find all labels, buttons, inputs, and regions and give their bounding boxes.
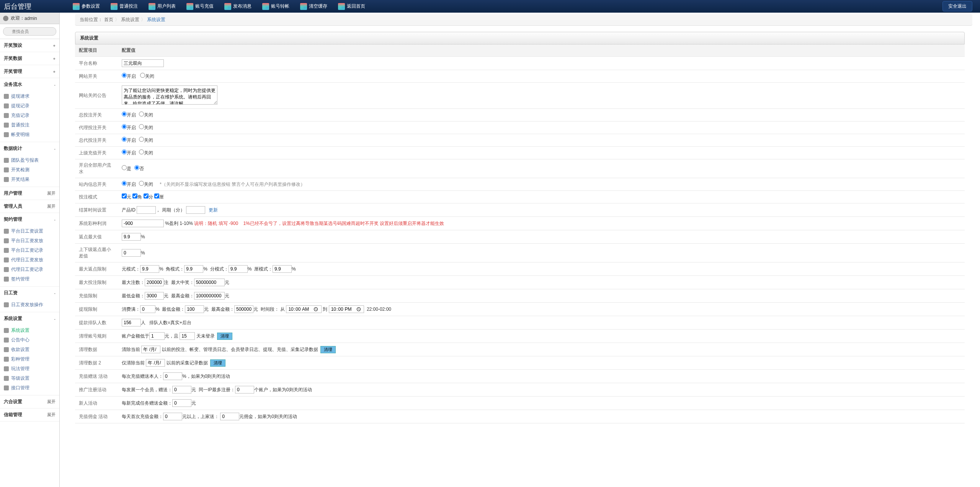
platform-name-input[interactable] xyxy=(122,59,164,67)
withdraw-consume-input[interactable] xyxy=(140,305,155,313)
clear-data-button[interactable]: 清理 xyxy=(320,346,336,353)
menu-group-3[interactable]: 业务流水- xyxy=(0,78,59,91)
menu-item-7-2[interactable]: 平台日工资记录 xyxy=(0,246,59,255)
menu-group-1[interactable]: 开奖数据+ xyxy=(0,52,59,65)
topnav-item-5[interactable]: 账号转帐 xyxy=(257,0,295,13)
total-agent-bet-open[interactable] xyxy=(122,137,127,142)
agent-bet-close[interactable] xyxy=(139,124,144,129)
clear-account-button[interactable]: 清理 xyxy=(217,333,232,340)
menu-item-9-1[interactable]: 公告中心 xyxy=(0,335,59,345)
menu-group-11[interactable]: 信箱管理展开 xyxy=(0,408,59,421)
comm-a-input[interactable] xyxy=(163,413,182,420)
mode-jiao[interactable] xyxy=(132,193,137,198)
maxbet-win-input[interactable] xyxy=(194,279,225,286)
agent-bet-open[interactable] xyxy=(122,124,127,129)
limit-li-input[interactable] xyxy=(273,265,292,273)
menu-item-3-4[interactable]: 帐变明细 xyxy=(0,130,59,139)
menu-item-3-3[interactable]: 普通投注 xyxy=(0,120,59,130)
withdraw-time-from[interactable] xyxy=(286,305,322,313)
site-msg-close[interactable] xyxy=(139,181,144,186)
topnav-item-2[interactable]: 用户列表 xyxy=(143,0,181,13)
withdraw-min-input[interactable] xyxy=(185,305,204,313)
topnav-item-0[interactable]: 参数设置 xyxy=(67,0,105,13)
menu-item-4-2[interactable]: 开奖结果 xyxy=(0,175,59,184)
menu-item-9-5[interactable]: 等级设置 xyxy=(0,374,59,383)
logout-button[interactable]: 安全退出 xyxy=(942,1,972,11)
menu-group-2[interactable]: 开奖管理+ xyxy=(0,65,59,78)
topnav-item-4[interactable]: 发布消息 xyxy=(219,0,257,13)
rebate-diff-input[interactable] xyxy=(122,249,141,257)
topnav-item-3[interactable]: 账号充值 xyxy=(181,0,219,13)
total-bet-open[interactable] xyxy=(122,112,127,116)
recharge-max-input[interactable] xyxy=(194,292,225,300)
site-switch-open[interactable] xyxy=(122,73,127,78)
menu-item-9-6[interactable]: 接口管理 xyxy=(0,383,59,393)
gift-input[interactable] xyxy=(163,372,182,380)
menu-group-5[interactable]: 用户管理展开 xyxy=(0,187,59,200)
menu-group-0[interactable]: 开奖预设+ xyxy=(0,39,59,52)
menu-item-9-2[interactable]: 收款设置 xyxy=(0,345,59,354)
clear2-date-input[interactable] xyxy=(146,359,165,367)
comm-b-input[interactable] xyxy=(220,413,239,420)
menu-group-8[interactable]: 日工资- xyxy=(0,287,59,299)
clear-bal-input[interactable] xyxy=(149,332,165,340)
mode-li[interactable] xyxy=(154,193,159,198)
menu-item-9-4[interactable]: 玩法管理 xyxy=(0,364,59,374)
menu-item-7-0[interactable]: 平台日工资设置 xyxy=(0,226,59,236)
menu-item-4-1[interactable]: 开奖检测 xyxy=(0,165,59,175)
withdraw-time-to[interactable] xyxy=(329,305,364,313)
menu-item-9-0[interactable]: 系统设置 xyxy=(0,326,59,335)
total-bet-close[interactable] xyxy=(139,112,144,116)
mode-fen[interactable] xyxy=(144,193,149,198)
settle-period-input[interactable] xyxy=(186,206,205,214)
queue-input[interactable] xyxy=(122,319,141,326)
menu-item-7-5[interactable]: 签约管理 xyxy=(0,274,59,284)
limit-yuan-input[interactable] xyxy=(140,265,159,273)
interest-input[interactable] xyxy=(122,220,164,227)
promote-input[interactable] xyxy=(172,386,191,394)
promote-ip-input[interactable] xyxy=(235,386,254,394)
menu-item-3-2[interactable]: 充值记录 xyxy=(0,111,59,120)
upper-recharge-open[interactable] xyxy=(122,149,127,154)
withdraw-max-input[interactable] xyxy=(234,305,253,313)
limit-fen-input[interactable] xyxy=(229,265,248,273)
total-agent-bet-close[interactable] xyxy=(139,137,144,142)
menu-item-3-1[interactable]: 提现记录 xyxy=(0,101,59,111)
clear-date-input[interactable] xyxy=(141,346,160,353)
clear-days-input[interactable] xyxy=(180,332,195,340)
nav-icon xyxy=(73,3,80,10)
menu-group-9[interactable]: 系统设置- xyxy=(0,312,59,325)
topnav-item-1[interactable]: 普通投注 xyxy=(105,0,143,13)
menu-group-10[interactable]: 六合设置展开 xyxy=(0,395,59,408)
rebate-max-input[interactable] xyxy=(122,233,141,241)
menu-item-9-3[interactable]: 彩种管理 xyxy=(0,354,59,364)
settle-update-link[interactable]: 更新 xyxy=(209,207,218,213)
search-input[interactable] xyxy=(3,27,56,36)
site-switch-close[interactable] xyxy=(140,73,145,78)
newcomer-input[interactable] xyxy=(172,399,191,407)
recharge-min-input[interactable] xyxy=(145,292,164,300)
topnav-item-6[interactable]: 清空缓存 xyxy=(295,0,333,13)
maxbet-count-input[interactable] xyxy=(145,279,164,286)
breadcrumb-mid[interactable]: 系统设置 xyxy=(121,16,139,23)
menu-item-8-0[interactable]: 日工资发放操作 xyxy=(0,300,59,310)
menu-item-7-1[interactable]: 平台日工资发放 xyxy=(0,236,59,246)
limit-jiao-input[interactable] xyxy=(184,265,203,273)
menu-item-3-0[interactable]: 提现请求 xyxy=(0,92,59,101)
all-flow-yes[interactable] xyxy=(122,165,127,170)
all-flow-no[interactable] xyxy=(134,165,139,170)
settle-product-input[interactable] xyxy=(137,206,156,214)
menu-item-4-0[interactable]: 团队盈亏报表 xyxy=(0,156,59,165)
close-notice-textarea[interactable]: 为了能让您访问更快更稳定，同时为您提供更高品质的服务，正在维护系统。请稍后再回来… xyxy=(122,85,217,105)
menu-group-4[interactable]: 数据统计- xyxy=(0,142,59,155)
site-msg-open[interactable] xyxy=(122,181,127,186)
menu-group-6[interactable]: 管理人员展开 xyxy=(0,200,59,213)
menu-group-7[interactable]: 契约管理- xyxy=(0,213,59,226)
menu-item-7-4[interactable]: 代理日工资记录 xyxy=(0,265,59,274)
upper-recharge-close[interactable] xyxy=(139,149,144,154)
mode-yuan[interactable] xyxy=(122,193,127,198)
clear-data2-button[interactable]: 清理 xyxy=(210,359,225,367)
breadcrumb-home[interactable]: 首页 xyxy=(104,16,113,23)
menu-item-7-3[interactable]: 代理日工资发放 xyxy=(0,255,59,265)
topnav-item-7[interactable]: 返回首页 xyxy=(333,0,371,13)
